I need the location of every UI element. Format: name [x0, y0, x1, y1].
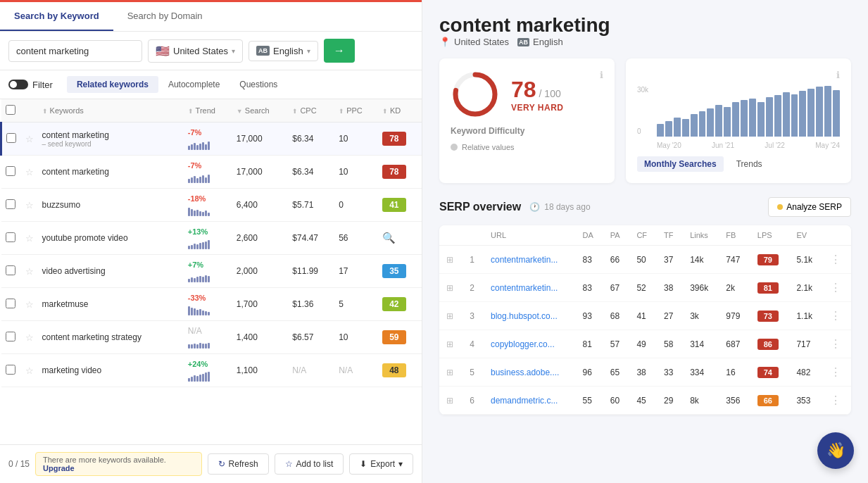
tab-questions[interactable]: Questions	[229, 76, 287, 93]
url-link-3[interactable]: blog.hubspot.co...	[491, 311, 558, 321]
ppc-val-8: N/A	[339, 365, 353, 375]
ppc-val-2: 10	[339, 167, 348, 177]
analyze-serp-label: Analyze SERP	[786, 202, 842, 212]
tab-search-by-keyword[interactable]: Search by Keyword	[0, 2, 113, 31]
row-checkbox-6[interactable]	[6, 299, 15, 308]
url-link-5[interactable]: business.adobe....	[491, 368, 559, 377]
more-options-5[interactable]: ⋮	[830, 366, 841, 378]
star-icon-4[interactable]: ☆	[25, 233, 34, 244]
more-options-4[interactable]: ⋮	[830, 338, 841, 350]
filter-toggle[interactable]: Filter	[8, 80, 53, 90]
star-icon-1[interactable]: ☆	[25, 134, 34, 144]
row-checkbox-4[interactable]	[6, 232, 15, 242]
clock-icon: 🕐	[529, 202, 540, 212]
keyword-cell-2: content marketing	[38, 156, 184, 189]
search-icon-btn-4[interactable]: 🔍	[382, 232, 396, 244]
serp-meta: 🕐 18 days ago	[529, 202, 590, 212]
meta-language: AB English	[517, 37, 563, 47]
difficulty-number: 78	[511, 77, 536, 103]
expand-icon-2[interactable]: ⊞	[446, 283, 453, 293]
expand-icon-5[interactable]: ⊞	[446, 368, 453, 377]
search-button[interactable]: →	[324, 39, 355, 63]
search-val-4: 2,600	[237, 233, 258, 243]
keyword-table: ⬆ Keywords ⬆ Trend ▼ Search ⬆ CPC ⬆ PPC …	[0, 99, 422, 387]
col-header-ppc[interactable]: ⬆ PPC	[334, 99, 378, 123]
chat-button[interactable]: 👋	[817, 432, 854, 469]
x-label-1: May '20	[657, 142, 681, 149]
refresh-button[interactable]: ↻ Refresh	[208, 453, 269, 475]
star-icon-7[interactable]: ☆	[25, 332, 34, 343]
pa-1: 66	[603, 246, 630, 274]
add-to-list-button[interactable]: ☆ Add to list	[275, 453, 344, 475]
difficulty-card: 78 / 100 VERY HARD ℹ Keyword Difficulty …	[439, 58, 615, 183]
url-link-6[interactable]: demandmetric.c...	[491, 396, 558, 406]
col-header-search[interactable]: ▼ Search	[232, 99, 288, 123]
keyword-search-input[interactable]	[8, 40, 142, 62]
rank-5: 5	[463, 358, 484, 387]
serp-header: SERP overview 🕐 18 days ago Analyze SERP	[439, 197, 851, 217]
url-link-4[interactable]: copyblogger.co...	[491, 339, 555, 349]
search-chart-card: ℹ 30k 0	[626, 58, 851, 183]
fb-4: 687	[719, 330, 750, 358]
row-checkbox-1[interactable]	[6, 133, 16, 143]
expand-icon-3[interactable]: ⊞	[446, 311, 453, 321]
more-options-6[interactable]: ⋮	[830, 394, 841, 406]
serp-row-6: ⊞ 6 demandmetric.c... 55 60 45 29 8k 356…	[439, 387, 851, 415]
tab-trends[interactable]: Trends	[729, 156, 769, 172]
chart-x-labels: May '20 Jun '21 Jul '22 May '24	[657, 142, 840, 149]
tab-monthly-searches[interactable]: Monthly Searches	[637, 156, 724, 172]
tf-1: 37	[657, 246, 683, 274]
expand-icon-1[interactable]: ⊞	[446, 255, 453, 265]
star-icon-2[interactable]: ☆	[25, 167, 34, 177]
trend-cell-3: -18%	[184, 189, 232, 222]
filter-label: Filter	[32, 80, 53, 90]
chart-bar	[699, 111, 706, 137]
expand-icon-6[interactable]: ⊞	[446, 396, 453, 406]
url-link-1[interactable]: contentmarketin...	[491, 255, 558, 265]
difficulty-info-icon[interactable]: ℹ	[600, 70, 603, 80]
star-icon-5[interactable]: ☆	[25, 266, 34, 277]
row-checkbox-2[interactable]	[6, 166, 15, 176]
export-button[interactable]: ⬇ Export ▾	[349, 453, 413, 475]
row-checkbox-8[interactable]	[6, 365, 15, 375]
trend-bars-2	[188, 172, 228, 183]
row-checkbox-3[interactable]	[6, 199, 15, 209]
col-header-cpc[interactable]: ⬆ CPC	[288, 99, 334, 123]
row-checkbox-5[interactable]	[6, 265, 15, 275]
upgrade-link[interactable]: Upgrade	[43, 464, 75, 472]
chart-bar	[757, 102, 765, 137]
meta-country-label: United States	[454, 37, 509, 47]
serp-time-ago: 18 days ago	[544, 202, 590, 212]
more-options-3[interactable]: ⋮	[830, 310, 841, 322]
chart-info-icon[interactable]: ℹ	[836, 70, 840, 80]
trend-bars-1	[188, 139, 228, 150]
cpc-val-2: $6.34	[292, 167, 313, 177]
keyword-title: content marketing	[439, 14, 851, 37]
star-icon-8[interactable]: ☆	[25, 365, 34, 376]
select-all-checkbox[interactable]	[6, 105, 15, 115]
pa-5: 65	[603, 358, 630, 387]
expand-icon-4[interactable]: ⊞	[446, 339, 453, 349]
star-icon-3[interactable]: ☆	[25, 200, 34, 211]
language-selector[interactable]: AB English ▾	[249, 41, 318, 61]
tab-autocomplete[interactable]: Autocomplete	[158, 76, 229, 93]
tab-related-keywords[interactable]: Related keywords	[67, 76, 158, 93]
filter-row: Filter Related keywords Autocomplete Que…	[0, 70, 422, 99]
country-selector[interactable]: 🇺🇸 United States ▾	[148, 39, 243, 63]
tab-search-by-domain[interactable]: Search by Domain	[113, 2, 217, 31]
star-icon-6[interactable]: ☆	[25, 299, 34, 310]
cf-5: 38	[629, 358, 657, 387]
col-header-trend[interactable]: ⬆ Trend	[184, 99, 232, 123]
row-checkbox-7[interactable]	[6, 332, 15, 341]
toggle-switch[interactable]	[8, 80, 28, 89]
analyze-serp-button[interactable]: Analyze SERP	[768, 197, 851, 217]
star-add-icon: ☆	[285, 459, 293, 469]
url-link-2[interactable]: contentmarketin...	[491, 283, 558, 293]
trend-cell-5: +7%	[184, 255, 232, 288]
more-options-2[interactable]: ⋮	[830, 282, 841, 294]
more-options-1[interactable]: ⋮	[830, 253, 841, 265]
difficulty-ring	[451, 70, 500, 119]
col-header-kd[interactable]: ⬆ KD	[378, 99, 422, 123]
chart-bar	[816, 87, 823, 137]
lps-badge-6: 66	[757, 395, 779, 406]
